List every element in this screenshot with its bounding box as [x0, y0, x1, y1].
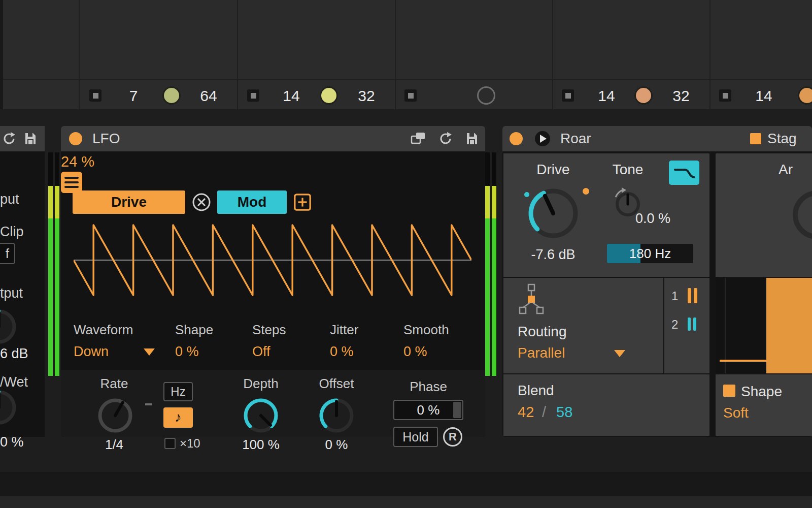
track-dial[interactable] — [798, 86, 812, 105]
phase-value-box[interactable]: 0 % — [393, 400, 463, 420]
clip-count: 14 — [275, 87, 308, 105]
clip-stop-button[interactable] — [404, 89, 417, 102]
stage-one-bar[interactable] — [694, 288, 697, 303]
retrigger-button[interactable]: R — [443, 427, 462, 447]
preview-play-button[interactable] — [535, 131, 550, 146]
clip-label-fragment: Clip — [0, 224, 24, 240]
param-label: Waveform — [74, 322, 160, 337]
blend-label: Blend — [518, 383, 554, 399]
clip-stop-button[interactable] — [89, 89, 101, 102]
sync-mode-button[interactable]: ♪ — [163, 407, 193, 428]
device-title: Roar — [560, 131, 591, 146]
param-label: Shape — [175, 322, 261, 337]
smooth-value[interactable]: 0 % — [403, 343, 427, 360]
lfo-waveform-display — [74, 220, 471, 306]
shape-value[interactable]: 0 % — [175, 343, 199, 360]
drive-value[interactable]: -7.6 dB — [523, 246, 584, 263]
save-preset-icon[interactable] — [22, 131, 39, 147]
rate-label: Rate — [84, 376, 145, 391]
device-titlebar[interactable]: Roar Stag — [502, 126, 812, 151]
device-body: put Clip f tput 6 dB /Wet 0 % — [0, 151, 45, 437]
rate-value[interactable]: 1/4 — [84, 437, 145, 452]
mod-target-button[interactable]: Drive — [73, 190, 185, 214]
hold-button[interactable]: Hold — [393, 427, 438, 447]
filter-type-button[interactable] — [669, 161, 699, 185]
gain-knob[interactable] — [0, 306, 19, 347]
filter-frequency-slider[interactable]: 180 Hz — [607, 244, 693, 263]
map-parameter-icon[interactable] — [293, 193, 312, 212]
phase-drag-handle[interactable] — [453, 402, 461, 418]
level-meter — [485, 152, 497, 376]
device-on-toggle[interactable] — [69, 132, 82, 145]
shaper-type-select[interactable]: Soft — [723, 405, 749, 421]
level-meter — [48, 152, 60, 376]
shaper-curve-line — [720, 360, 767, 362]
offset-value[interactable]: 0 % — [306, 437, 367, 452]
blend-value-b[interactable]: 58 — [556, 404, 572, 420]
track-dial[interactable] — [320, 86, 338, 105]
tone-label: Tone — [602, 162, 653, 178]
rate-knob[interactable] — [95, 395, 136, 436]
waveform-select[interactable]: Down — [74, 343, 109, 360]
jitter-value[interactable]: 0 % — [330, 343, 354, 360]
tone-value[interactable]: 0.0 % — [635, 210, 691, 227]
depth-value[interactable]: 100 % — [230, 437, 291, 452]
stage-one-bar[interactable] — [688, 288, 691, 303]
hz-mode-button[interactable]: Hz — [163, 382, 193, 401]
hot-swap-icon[interactable] — [437, 131, 454, 147]
session-grid: 7 64 14 32 14 32 14 — [0, 0, 812, 109]
blend-separator: / — [542, 404, 546, 420]
stage-two-bar[interactable] — [693, 318, 696, 331]
mapping-list-icon[interactable] — [61, 172, 82, 193]
shaper-enable-square[interactable] — [723, 385, 735, 397]
hot-swap-icon[interactable] — [1, 131, 17, 147]
stage-two-bar[interactable] — [688, 318, 691, 331]
roar-device: Roar Stag Drive -7.6 dB Tone 0.0 % — [502, 126, 812, 437]
lfo-body: Drive Mod 24 % Waveform Down — [61, 151, 485, 437]
device-titlebar[interactable] — [0, 126, 45, 151]
clip-count: 14 — [590, 87, 623, 105]
device-titlebar[interactable]: LFO — [61, 126, 485, 151]
clip-stop-button[interactable] — [562, 89, 574, 102]
stage-enable-square[interactable] — [750, 133, 761, 144]
device-on-toggle[interactable] — [510, 132, 523, 145]
offset-knob[interactable] — [316, 395, 357, 436]
times-ten-checkbox[interactable] — [164, 438, 176, 449]
stop-icon — [93, 93, 98, 99]
param-label: Steps — [252, 322, 339, 337]
depth-knob[interactable] — [241, 395, 281, 436]
meter-fill — [48, 186, 53, 376]
bottom-strip — [0, 496, 812, 508]
chevron-down-icon[interactable] — [614, 350, 625, 357]
gain-value-fragment[interactable]: 6 dB — [0, 345, 28, 362]
drywet-value-fragment[interactable]: 0 % — [0, 434, 24, 450]
clear-mapping-icon[interactable] — [191, 192, 212, 212]
chevron-down-icon[interactable] — [144, 348, 155, 356]
drywet-knob[interactable] — [0, 387, 19, 428]
track-dial-empty[interactable] — [477, 86, 495, 105]
shaper-curve-fill — [766, 278, 812, 373]
clip-stop-button[interactable] — [719, 89, 731, 102]
stop-icon — [565, 93, 571, 99]
save-preset-icon[interactable] — [464, 131, 480, 147]
grid-line — [725, 278, 726, 373]
output-label-fragment: tput — [0, 285, 23, 301]
blend-value-a[interactable]: 42 — [518, 404, 534, 420]
lowpass-curve-icon — [669, 161, 699, 185]
track-dial[interactable] — [162, 86, 181, 105]
phase-value: 0 % — [417, 402, 440, 418]
clip-stop-button[interactable] — [247, 89, 259, 102]
mod-mode-button[interactable]: Mod — [217, 190, 287, 214]
drive-knob[interactable] — [523, 183, 584, 244]
routing-mode-select[interactable]: Parallel — [518, 345, 565, 361]
mod-amount-value[interactable]: 24 % — [61, 151, 122, 172]
track-divider — [395, 0, 396, 109]
steps-value[interactable]: Off — [252, 343, 270, 360]
clip-mode-button[interactable]: f — [0, 243, 15, 264]
open-window-icon[interactable] — [410, 131, 426, 147]
track-dial[interactable] — [634, 86, 653, 105]
stage-amount-knob[interactable] — [793, 190, 812, 239]
left-edge — [0, 0, 3, 109]
utility-device-truncated: put Clip f tput 6 dB /Wet 0 % — [0, 126, 45, 437]
param-label: Smooth — [403, 322, 490, 337]
